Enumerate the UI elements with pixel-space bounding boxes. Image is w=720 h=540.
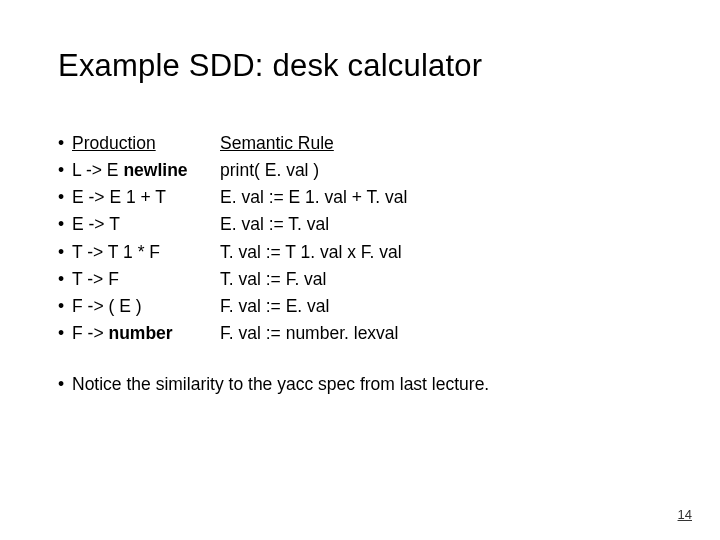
grammar-row: • E -> T E. val := T. val (58, 211, 662, 238)
grammar-row: • F -> number F. val := number. lexval (58, 320, 662, 347)
bullet-icon: • (58, 184, 72, 211)
bullet-icon: • (58, 211, 72, 238)
grammar-row: • T -> F T. val := F. val (58, 266, 662, 293)
production-cell: E -> E 1 + T (72, 184, 220, 211)
rule-cell: F. val := number. lexval (220, 320, 399, 347)
grammar-row: • L -> E newline print( E. val ) (58, 157, 662, 184)
grammar-row: • E -> E 1 + T E. val := E 1. val + T. v… (58, 184, 662, 211)
note-row: • Notice the similarity to the yacc spec… (58, 371, 662, 398)
page-number: 14 (678, 507, 692, 522)
bullet-icon: • (58, 130, 72, 157)
production-cell: E -> T (72, 211, 220, 238)
production-cell: F -> ( E ) (72, 293, 220, 320)
bullet-icon: • (58, 266, 72, 293)
bullet-icon: • (58, 157, 72, 184)
note-text: Notice the similarity to the yacc spec f… (72, 371, 489, 398)
content-block: • Production Semantic Rule • L -> E newl… (58, 130, 662, 398)
slide: Example SDD: desk calculator • Productio… (0, 0, 720, 540)
bullet-icon: • (58, 239, 72, 266)
header-row: • Production Semantic Rule (58, 130, 662, 157)
grammar-row: • T -> T 1 * F T. val := T 1. val x F. v… (58, 239, 662, 266)
rule-cell: E. val := E 1. val + T. val (220, 184, 407, 211)
rule-cell: print( E. val ) (220, 157, 319, 184)
rule-cell: E. val := T. val (220, 211, 329, 238)
rule-cell: T. val := T 1. val x F. val (220, 239, 402, 266)
production-cell: T -> T 1 * F (72, 239, 220, 266)
bullet-icon: • (58, 371, 72, 398)
bullet-icon: • (58, 320, 72, 347)
rule-cell: F. val := E. val (220, 293, 329, 320)
production-header: Production (72, 130, 220, 157)
grammar-row: • F -> ( E ) F. val := E. val (58, 293, 662, 320)
production-cell: F -> number (72, 320, 220, 347)
rule-cell: T. val := F. val (220, 266, 327, 293)
bullet-icon: • (58, 293, 72, 320)
rule-header: Semantic Rule (220, 130, 334, 157)
production-cell: L -> E newline (72, 157, 220, 184)
production-cell: T -> F (72, 266, 220, 293)
slide-title: Example SDD: desk calculator (58, 48, 662, 84)
